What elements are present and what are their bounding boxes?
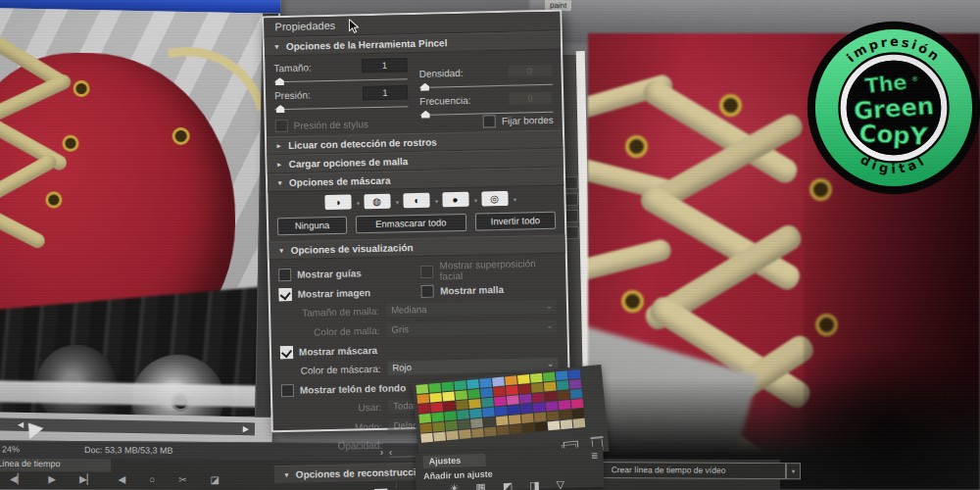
brightness-contrast-icon[interactable]: ☀: [449, 482, 459, 490]
pin-edges-checkbox[interactable]: [483, 115, 496, 127]
color-swatch[interactable]: [532, 393, 545, 403]
density-slider[interactable]: [419, 78, 553, 92]
mask-replace-icon[interactable]: ◑: [324, 195, 351, 211]
color-swatch[interactable]: [519, 394, 532, 404]
color-swatch[interactable]: [509, 415, 521, 424]
loop-icon[interactable]: ○: [149, 474, 155, 485]
color-swatch[interactable]: [446, 430, 459, 440]
pressure-slider[interactable]: [274, 100, 408, 114]
color-swatch[interactable]: [573, 418, 586, 428]
color-swatch[interactable]: [534, 413, 547, 422]
color-swatch[interactable]: [456, 400, 468, 410]
color-swatch[interactable]: [518, 384, 531, 394]
color-swatch[interactable]: [481, 398, 494, 408]
color-swatch[interactable]: [443, 401, 456, 411]
color-swatch[interactable]: [547, 411, 560, 420]
color-swatch[interactable]: [556, 370, 568, 380]
color-swatch[interactable]: [479, 378, 492, 388]
color-swatch[interactable]: [543, 371, 556, 381]
density-input[interactable]: 0: [507, 64, 552, 78]
color-swatch[interactable]: [458, 419, 470, 429]
slider-thumb[interactable]: [275, 77, 284, 85]
color-swatch[interactable]: [559, 400, 571, 410]
color-swatch[interactable]: [496, 416, 509, 425]
color-swatch[interactable]: [495, 406, 508, 416]
mask-all-button[interactable]: Enmascarar todo: [356, 214, 466, 234]
color-swatch[interactable]: [572, 409, 585, 418]
color-swatch[interactable]: [430, 403, 443, 413]
mask-intersect-icon[interactable]: ●: [442, 192, 468, 208]
color-swatch[interactable]: [441, 381, 454, 391]
pressure-input[interactable]: 1: [363, 85, 408, 100]
color-swatch[interactable]: [517, 374, 530, 384]
vibrance-icon[interactable]: ▽: [556, 478, 564, 490]
color-swatch[interactable]: [508, 405, 520, 415]
mesh-color-select[interactable]: Gris⌄: [385, 318, 558, 338]
mask-subtract-icon[interactable]: ◖: [403, 193, 429, 209]
color-swatch[interactable]: [418, 414, 431, 423]
color-swatch[interactable]: [530, 373, 543, 383]
color-swatch[interactable]: [494, 396, 507, 406]
color-swatch[interactable]: [459, 429, 471, 439]
color-swatch[interactable]: [469, 409, 482, 418]
color-swatch[interactable]: [419, 423, 432, 433]
color-swatch[interactable]: [470, 418, 483, 428]
color-swatch[interactable]: [416, 394, 429, 404]
color-swatch[interactable]: [533, 403, 546, 413]
color-swatch[interactable]: [444, 411, 457, 420]
play-icon[interactable]: ▶: [48, 473, 56, 484]
show-backdrop-checkbox[interactable]: [281, 384, 294, 397]
color-swatch[interactable]: [428, 383, 441, 393]
size-input[interactable]: 1: [362, 58, 407, 73]
transition-icon[interactable]: ◪: [211, 474, 220, 485]
color-swatch[interactable]: [569, 379, 582, 389]
color-swatch[interactable]: [420, 433, 433, 443]
panel-menu-icon[interactable]: ≣: [591, 451, 599, 461]
color-swatch[interactable]: [561, 419, 573, 429]
color-swatch[interactable]: [484, 426, 497, 436]
color-swatch[interactable]: [535, 422, 548, 432]
tab-adjustments[interactable]: Ajustes: [422, 454, 485, 468]
split-clip-icon[interactable]: ✂: [178, 474, 186, 485]
color-swatch[interactable]: [510, 424, 522, 434]
color-swatch[interactable]: [557, 380, 569, 390]
stylus-pressure-checkbox[interactable]: [275, 120, 288, 132]
show-image-checkbox[interactable]: [279, 288, 292, 301]
color-swatch[interactable]: [483, 417, 496, 427]
color-swatch[interactable]: [570, 389, 583, 399]
color-swatch[interactable]: [455, 390, 467, 400]
chevron-down-icon[interactable]: ▾: [786, 463, 801, 479]
color-swatch[interactable]: [433, 431, 446, 441]
levels-icon[interactable]: ▦: [475, 481, 486, 490]
color-swatch[interactable]: [492, 376, 505, 386]
color-swatch[interactable]: [568, 369, 581, 379]
color-swatch[interactable]: [522, 423, 535, 433]
color-swatch[interactable]: [558, 390, 570, 400]
color-swatch[interactable]: [432, 422, 445, 432]
slider-thumb[interactable]: [276, 105, 285, 113]
curves-icon[interactable]: ◩: [503, 480, 514, 490]
color-swatch[interactable]: [544, 381, 557, 391]
show-mask-checkbox[interactable]: [280, 346, 293, 359]
color-swatch[interactable]: [466, 379, 479, 389]
color-swatch[interactable]: [571, 399, 584, 409]
color-swatch[interactable]: [507, 395, 519, 405]
color-swatch[interactable]: [497, 425, 510, 435]
color-swatch[interactable]: [493, 386, 506, 396]
color-swatch[interactable]: [467, 389, 480, 399]
scroll-right-icon[interactable]: ▶: [243, 424, 249, 433]
color-swatch[interactable]: [431, 413, 444, 422]
color-swatch[interactable]: [545, 391, 558, 401]
color-swatch[interactable]: [546, 401, 559, 411]
show-guides-checkbox[interactable]: [278, 268, 291, 280]
zoom-level[interactable]: 24%: [2, 442, 20, 459]
color-swatch[interactable]: [505, 375, 517, 385]
color-swatch[interactable]: [429, 393, 442, 403]
exposure-icon[interactable]: ◨: [529, 479, 540, 490]
color-swatch[interactable]: [531, 383, 544, 393]
color-swatch[interactable]: [560, 410, 572, 419]
slider-thumb[interactable]: [421, 111, 430, 119]
mask-invert-icon[interactable]: ◎: [481, 191, 508, 207]
color-swatch[interactable]: [482, 408, 495, 417]
rate-input[interactable]: 0: [508, 91, 553, 106]
